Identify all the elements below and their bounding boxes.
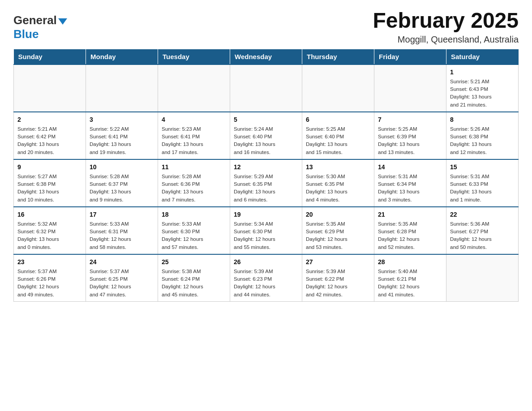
day-info: Sunrise: 5:28 AM Sunset: 6:37 PM Dayligh… <box>90 173 154 204</box>
calendar-week-1: 1Sunrise: 5:21 AM Sunset: 6:43 PM Daylig… <box>14 64 519 112</box>
calendar-cell <box>446 254 519 302</box>
day-header-sunday: Sunday <box>14 49 86 64</box>
day-number: 23 <box>17 257 82 267</box>
calendar-cell: 17Sunrise: 5:33 AM Sunset: 6:31 PM Dayli… <box>86 207 158 254</box>
calendar-cell: 2Sunrise: 5:21 AM Sunset: 6:42 PM Daylig… <box>14 112 86 159</box>
day-number: 6 <box>306 115 370 124</box>
day-info: Sunrise: 5:39 AM Sunset: 6:22 PM Dayligh… <box>306 268 370 299</box>
calendar-cell: 9Sunrise: 5:27 AM Sunset: 6:38 PM Daylig… <box>14 159 86 207</box>
day-number: 3 <box>90 115 154 124</box>
logo-general-text: General <box>13 13 57 27</box>
day-header-thursday: Thursday <box>302 49 374 64</box>
day-number: 12 <box>234 163 298 172</box>
calendar-cell: 7Sunrise: 5:25 AM Sunset: 6:39 PM Daylig… <box>374 112 446 159</box>
day-info: Sunrise: 5:24 AM Sunset: 6:40 PM Dayligh… <box>234 125 298 156</box>
day-number: 7 <box>378 115 442 124</box>
day-number: 9 <box>17 163 82 172</box>
calendar-cell: 27Sunrise: 5:39 AM Sunset: 6:22 PM Dayli… <box>302 254 374 302</box>
day-number: 26 <box>234 257 298 267</box>
day-info: Sunrise: 5:23 AM Sunset: 6:41 PM Dayligh… <box>162 125 226 156</box>
day-number: 25 <box>162 257 226 267</box>
calendar-cell: 12Sunrise: 5:29 AM Sunset: 6:35 PM Dayli… <box>230 159 302 207</box>
calendar-body: 1Sunrise: 5:21 AM Sunset: 6:43 PM Daylig… <box>14 64 519 302</box>
calendar-cell <box>14 64 86 112</box>
calendar-cell: 26Sunrise: 5:39 AM Sunset: 6:23 PM Dayli… <box>230 254 302 302</box>
day-number: 17 <box>90 210 154 219</box>
day-info: Sunrise: 5:29 AM Sunset: 6:35 PM Dayligh… <box>234 173 298 204</box>
calendar-cell: 10Sunrise: 5:28 AM Sunset: 6:37 PM Dayli… <box>86 159 158 207</box>
day-info: Sunrise: 5:30 AM Sunset: 6:35 PM Dayligh… <box>306 173 370 204</box>
day-info: Sunrise: 5:39 AM Sunset: 6:23 PM Dayligh… <box>234 268 298 299</box>
day-info: Sunrise: 5:32 AM Sunset: 6:32 PM Dayligh… <box>17 220 82 251</box>
calendar-cell: 22Sunrise: 5:36 AM Sunset: 6:27 PM Dayli… <box>446 207 519 254</box>
calendar-cell: 19Sunrise: 5:34 AM Sunset: 6:30 PM Dayli… <box>230 207 302 254</box>
calendar-week-5: 23Sunrise: 5:37 AM Sunset: 6:26 PM Dayli… <box>14 254 519 302</box>
day-number: 8 <box>450 115 515 124</box>
day-number: 15 <box>450 163 515 172</box>
calendar-cell: 1Sunrise: 5:21 AM Sunset: 6:43 PM Daylig… <box>446 64 519 112</box>
day-number: 18 <box>162 210 226 219</box>
day-info: Sunrise: 5:36 AM Sunset: 6:27 PM Dayligh… <box>450 220 515 251</box>
day-info: Sunrise: 5:27 AM Sunset: 6:38 PM Dayligh… <box>17 173 82 204</box>
day-info: Sunrise: 5:31 AM Sunset: 6:33 PM Dayligh… <box>450 173 515 204</box>
calendar-cell: 18Sunrise: 5:33 AM Sunset: 6:30 PM Dayli… <box>158 207 230 254</box>
day-info: Sunrise: 5:33 AM Sunset: 6:30 PM Dayligh… <box>162 220 226 251</box>
calendar-cell: 16Sunrise: 5:32 AM Sunset: 6:32 PM Dayli… <box>14 207 86 254</box>
calendar-cell: 5Sunrise: 5:24 AM Sunset: 6:40 PM Daylig… <box>230 112 302 159</box>
day-number: 1 <box>450 68 515 77</box>
calendar-cell: 11Sunrise: 5:28 AM Sunset: 6:36 PM Dayli… <box>158 159 230 207</box>
calendar-cell: 15Sunrise: 5:31 AM Sunset: 6:33 PM Dayli… <box>446 159 519 207</box>
day-header-saturday: Saturday <box>446 49 519 64</box>
day-info: Sunrise: 5:31 AM Sunset: 6:34 PM Dayligh… <box>378 173 442 204</box>
calendar-cell: 28Sunrise: 5:40 AM Sunset: 6:21 PM Dayli… <box>374 254 446 302</box>
calendar-cell: 24Sunrise: 5:37 AM Sunset: 6:25 PM Dayli… <box>86 254 158 302</box>
calendar-week-2: 2Sunrise: 5:21 AM Sunset: 6:42 PM Daylig… <box>14 112 519 159</box>
calendar-cell: 21Sunrise: 5:35 AM Sunset: 6:28 PM Dayli… <box>374 207 446 254</box>
calendar-cell: 23Sunrise: 5:37 AM Sunset: 6:26 PM Dayli… <box>14 254 86 302</box>
calendar-week-4: 16Sunrise: 5:32 AM Sunset: 6:32 PM Dayli… <box>14 207 519 254</box>
day-info: Sunrise: 5:33 AM Sunset: 6:31 PM Dayligh… <box>90 220 154 251</box>
day-info: Sunrise: 5:40 AM Sunset: 6:21 PM Dayligh… <box>378 268 442 299</box>
title-block: February 2025 Moggill, Queensland, Austr… <box>373 9 519 45</box>
day-number: 20 <box>306 210 370 219</box>
day-number: 19 <box>234 210 298 219</box>
day-number: 4 <box>162 115 226 124</box>
day-info: Sunrise: 5:26 AM Sunset: 6:38 PM Dayligh… <box>450 125 515 156</box>
day-info: Sunrise: 5:28 AM Sunset: 6:36 PM Dayligh… <box>162 173 226 204</box>
day-info: Sunrise: 5:34 AM Sunset: 6:30 PM Dayligh… <box>234 220 298 251</box>
logo-arrow-icon <box>58 18 67 25</box>
page-header: General Blue February 2025 Moggill, Quee… <box>13 9 519 45</box>
calendar-cell <box>158 64 230 112</box>
day-header-monday: Monday <box>86 49 158 64</box>
calendar-title: February 2025 <box>373 9 519 33</box>
logo-blue-text: Blue <box>13 27 39 41</box>
day-info: Sunrise: 5:38 AM Sunset: 6:24 PM Dayligh… <box>162 268 226 299</box>
day-number: 28 <box>378 257 442 267</box>
day-info: Sunrise: 5:21 AM Sunset: 6:43 PM Dayligh… <box>450 78 515 109</box>
day-number: 11 <box>162 163 226 172</box>
day-info: Sunrise: 5:25 AM Sunset: 6:39 PM Dayligh… <box>378 125 442 156</box>
day-info: Sunrise: 5:35 AM Sunset: 6:28 PM Dayligh… <box>378 220 442 251</box>
calendar-subtitle: Moggill, Queensland, Australia <box>373 34 519 45</box>
calendar-cell <box>302 64 374 112</box>
day-number: 13 <box>306 163 370 172</box>
calendar-cell <box>86 64 158 112</box>
calendar-week-3: 9Sunrise: 5:27 AM Sunset: 6:38 PM Daylig… <box>14 159 519 207</box>
calendar-header: SundayMondayTuesdayWednesdayThursdayFrid… <box>14 49 519 64</box>
calendar-cell: 3Sunrise: 5:22 AM Sunset: 6:41 PM Daylig… <box>86 112 158 159</box>
calendar-cell: 8Sunrise: 5:26 AM Sunset: 6:38 PM Daylig… <box>446 112 519 159</box>
logo-general: General <box>13 13 67 27</box>
calendar-cell: 25Sunrise: 5:38 AM Sunset: 6:24 PM Dayli… <box>158 254 230 302</box>
calendar-cell: 20Sunrise: 5:35 AM Sunset: 6:29 PM Dayli… <box>302 207 374 254</box>
calendar-cell: 14Sunrise: 5:31 AM Sunset: 6:34 PM Dayli… <box>374 159 446 207</box>
day-number: 24 <box>90 257 154 267</box>
day-number: 5 <box>234 115 298 124</box>
day-number: 14 <box>378 163 442 172</box>
day-info: Sunrise: 5:37 AM Sunset: 6:25 PM Dayligh… <box>90 268 154 299</box>
day-info: Sunrise: 5:25 AM Sunset: 6:40 PM Dayligh… <box>306 125 370 156</box>
day-number: 2 <box>17 115 82 124</box>
calendar-cell <box>374 64 446 112</box>
day-number: 16 <box>17 210 82 219</box>
day-header-friday: Friday <box>374 49 446 64</box>
day-info: Sunrise: 5:35 AM Sunset: 6:29 PM Dayligh… <box>306 220 370 251</box>
